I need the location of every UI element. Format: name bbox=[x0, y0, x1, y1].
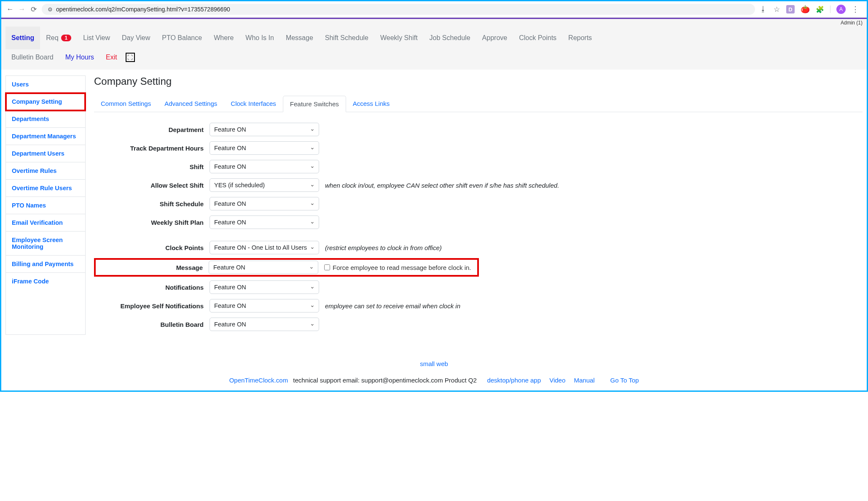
checkbox-force-message-wrap[interactable]: Force employee to read message before cl… bbox=[324, 264, 475, 271]
separator bbox=[830, 5, 830, 13]
content-area: Company Setting Common Settings Advanced… bbox=[94, 75, 863, 335]
tab-feature-switches[interactable]: Feature Switches bbox=[283, 96, 346, 112]
menu-icon[interactable]: ⋮ bbox=[852, 5, 859, 14]
install-icon[interactable]: ⭳ bbox=[759, 5, 767, 13]
sidebar-item-employee-screen-monitoring[interactable]: Employee Screen Monitoring bbox=[6, 232, 85, 256]
sidebar: Users Company Setting Departments Depart… bbox=[5, 75, 86, 335]
label-weekly-shift-plan: Weekly Shift Plan bbox=[94, 219, 204, 226]
label-allow-select-shift: Allow Select Shift bbox=[94, 182, 204, 189]
nav-bulletin-board[interactable]: Bulletin Board bbox=[5, 49, 59, 65]
help-allow-select-shift: when clock in/out, employee CAN select o… bbox=[325, 182, 559, 189]
extension-tomato-icon[interactable]: 🍅 bbox=[801, 5, 810, 14]
admin-label: Admin (1) bbox=[1, 19, 867, 27]
select-bulletin-board[interactable]: Feature ON bbox=[210, 318, 319, 331]
sidebar-item-iframe-code[interactable]: iFrame Code bbox=[6, 273, 85, 290]
site-info-icon[interactable]: ⚙ bbox=[48, 6, 53, 13]
sidebar-item-overtime-rule-users[interactable]: Overtime Rule Users bbox=[6, 180, 85, 197]
label-emp-self-notif: Employee Self Notifications bbox=[94, 302, 204, 310]
nav-reports[interactable]: Reports bbox=[562, 27, 598, 49]
nav-req-label: Req bbox=[46, 34, 58, 42]
label-department: Department bbox=[94, 126, 204, 133]
select-clock-points[interactable]: Feature ON - One List to All Users bbox=[210, 241, 319, 254]
message-highlight-box: Message Feature ON Force employee to rea… bbox=[94, 258, 479, 277]
sidebar-item-departments[interactable]: Departments bbox=[6, 110, 85, 128]
label-shift: Shift bbox=[94, 163, 204, 170]
nav-weekly-shift[interactable]: Weekly Shift bbox=[374, 27, 424, 49]
label-clock-points: Clock Points bbox=[94, 244, 204, 251]
link-brand[interactable]: OpenTimeClock.com bbox=[229, 377, 288, 384]
browser-toolbar: ← → ⟳ ⚙ opentimeclock.com/q2/mCompanySet… bbox=[1, 1, 867, 18]
tab-clock-interfaces[interactable]: Clock Interfaces bbox=[224, 96, 283, 112]
reload-icon[interactable]: ⟳ bbox=[30, 5, 38, 13]
extensions-icon[interactable]: 🧩 bbox=[816, 5, 824, 13]
nav-where[interactable]: Where bbox=[208, 27, 239, 49]
link-go-to-top[interactable]: Go To Top bbox=[610, 377, 639, 384]
select-track-dept-hours[interactable]: Feature ON bbox=[210, 141, 319, 155]
help-emp-self-notif: employee can set to receive email when c… bbox=[325, 302, 460, 310]
footer: small web OpenTimeClock.com technical su… bbox=[1, 347, 867, 391]
nav-exit[interactable]: Exit bbox=[100, 49, 123, 65]
extension-d-icon[interactable]: D bbox=[786, 5, 795, 13]
link-video[interactable]: Video bbox=[549, 377, 565, 384]
help-clock-points: (restrict employees to clock in from off… bbox=[325, 244, 442, 251]
sidebar-item-department-managers[interactable]: Department Managers bbox=[6, 128, 85, 145]
page-title: Company Setting bbox=[94, 75, 863, 87]
tab-access-links[interactable]: Access Links bbox=[346, 96, 397, 112]
url-text: opentimeclock.com/q2/mCompanySetting.htm… bbox=[56, 6, 230, 13]
label-track-dept-hours: Track Department Hours bbox=[94, 145, 204, 152]
select-shift-schedule[interactable]: Feature ON bbox=[210, 197, 319, 210]
sidebar-item-department-users[interactable]: Department Users bbox=[6, 145, 85, 162]
nav-my-hours[interactable]: My Hours bbox=[59, 49, 100, 65]
top-nav-row2: Bulletin Board My Hours Exit ⛶ bbox=[1, 49, 867, 70]
label-notifications: Notifications bbox=[94, 284, 204, 291]
nav-day-view[interactable]: Day View bbox=[116, 27, 156, 49]
tab-advanced-settings[interactable]: Advanced Settings bbox=[158, 96, 224, 112]
link-desktop-app[interactable]: desktop/phone app bbox=[487, 377, 541, 384]
nav-shift-schedule[interactable]: Shift Schedule bbox=[319, 27, 374, 49]
forward-icon[interactable]: → bbox=[18, 5, 26, 13]
label-shift-schedule: Shift Schedule bbox=[94, 200, 204, 207]
req-badge: 1 bbox=[61, 35, 72, 41]
select-shift[interactable]: Feature ON bbox=[210, 160, 319, 173]
fullscreen-icon[interactable]: ⛶ bbox=[126, 53, 135, 62]
back-icon[interactable]: ← bbox=[6, 5, 14, 13]
select-emp-self-notif[interactable]: Feature ON bbox=[210, 299, 319, 312]
tab-common-settings[interactable]: Common Settings bbox=[94, 96, 158, 112]
sidebar-item-overtime-rules[interactable]: Overtime Rules bbox=[6, 162, 85, 180]
sidebar-item-pto-names[interactable]: PTO Names bbox=[6, 197, 85, 214]
select-department[interactable]: Feature ON bbox=[210, 123, 319, 136]
nav-job-schedule[interactable]: Job Schedule bbox=[424, 27, 476, 49]
nav-approve[interactable]: Approve bbox=[476, 27, 513, 49]
select-allow-select-shift[interactable]: YES (if scheduled) bbox=[210, 178, 319, 192]
footer-support-text: technical support email: support@opentim… bbox=[291, 377, 477, 384]
tabs: Common Settings Advanced Settings Clock … bbox=[94, 96, 863, 112]
bookmark-icon[interactable]: ☆ bbox=[773, 5, 780, 13]
nav-setting[interactable]: Setting bbox=[5, 27, 40, 49]
sidebar-item-billing-payments[interactable]: Billing and Payments bbox=[6, 256, 85, 273]
address-bar[interactable]: ⚙ opentimeclock.com/q2/mCompanySetting.h… bbox=[42, 4, 755, 15]
select-message[interactable]: Feature ON bbox=[209, 261, 318, 274]
link-manual[interactable]: Manual bbox=[574, 377, 594, 384]
top-nav: Setting Req 1 List View Day View PTO Bal… bbox=[1, 27, 867, 49]
label-bulletin-board: Bulletin Board bbox=[94, 321, 204, 328]
nav-clock-points[interactable]: Clock Points bbox=[513, 27, 562, 49]
nav-who-is-in[interactable]: Who Is In bbox=[239, 27, 280, 49]
checkbox-force-message[interactable] bbox=[324, 264, 330, 270]
feature-form: Department Feature ON Track Department H… bbox=[94, 121, 591, 332]
profile-avatar[interactable]: A bbox=[836, 5, 846, 14]
link-small-web[interactable]: small web bbox=[9, 360, 859, 367]
select-notifications[interactable]: Feature ON bbox=[210, 280, 319, 294]
nav-message[interactable]: Message bbox=[280, 27, 319, 49]
nav-pto-balance[interactable]: PTO Balance bbox=[156, 27, 208, 49]
nav-req[interactable]: Req 1 bbox=[40, 27, 77, 49]
sidebar-item-users[interactable]: Users bbox=[6, 76, 85, 93]
label-message: Message bbox=[96, 264, 203, 271]
sidebar-item-email-verification[interactable]: Email Verification bbox=[6, 214, 85, 232]
nav-list-view[interactable]: List View bbox=[77, 27, 116, 49]
checkbox-force-message-label: Force employee to read message before cl… bbox=[333, 264, 471, 271]
sidebar-item-company-setting[interactable]: Company Setting bbox=[6, 93, 85, 110]
select-weekly-shift-plan[interactable]: Feature ON bbox=[210, 215, 319, 229]
